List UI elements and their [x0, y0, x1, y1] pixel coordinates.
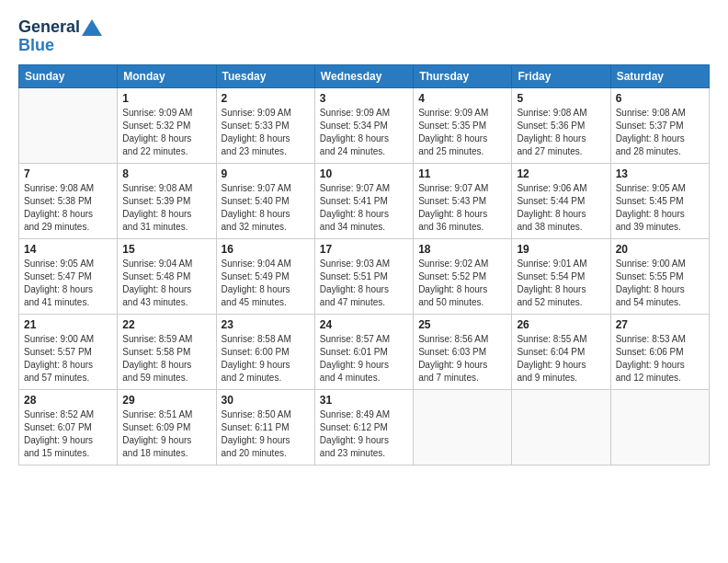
- day-info: Sunrise: 9:05 AM Sunset: 5:47 PM Dayligh…: [24, 258, 112, 309]
- day-info: Sunrise: 9:08 AM Sunset: 5:36 PM Dayligh…: [517, 107, 605, 158]
- calendar-cell: 15Sunrise: 9:04 AM Sunset: 5:48 PM Dayli…: [118, 238, 216, 314]
- day-info: Sunrise: 9:04 AM Sunset: 5:49 PM Dayligh…: [222, 258, 310, 309]
- day-number: 22: [122, 318, 210, 331]
- day-number: 27: [616, 318, 704, 331]
- day-info: Sunrise: 8:50 AM Sunset: 6:11 PM Dayligh…: [222, 408, 310, 460]
- day-info: Sunrise: 8:49 AM Sunset: 6:12 PM Dayligh…: [320, 408, 408, 460]
- logo-text: General: [18, 18, 102, 37]
- header-row: SundayMondayTuesdayWednesdayThursdayFrid…: [19, 64, 710, 87]
- day-number: 29: [122, 394, 210, 407]
- calendar-cell: 27Sunrise: 8:53 AM Sunset: 6:06 PM Dayli…: [610, 314, 709, 389]
- day-number: 25: [418, 318, 506, 331]
- day-number: 15: [122, 243, 210, 256]
- day-number: 26: [517, 318, 605, 331]
- calendar-cell: 19Sunrise: 9:01 AM Sunset: 5:54 PM Dayli…: [512, 238, 610, 314]
- weekday-header: Wednesday: [314, 64, 413, 87]
- calendar-cell: [610, 389, 709, 465]
- calendar-cell: 22Sunrise: 8:59 AM Sunset: 5:58 PM Dayli…: [118, 314, 216, 389]
- day-info: Sunrise: 9:01 AM Sunset: 5:54 PM Dayligh…: [517, 258, 605, 309]
- calendar-cell: 21Sunrise: 9:00 AM Sunset: 5:57 PM Dayli…: [19, 314, 118, 389]
- calendar-cell: 14Sunrise: 9:05 AM Sunset: 5:47 PM Dayli…: [19, 238, 118, 314]
- calendar-week-row: 28Sunrise: 8:52 AM Sunset: 6:07 PM Dayli…: [19, 389, 710, 465]
- calendar-cell: [19, 87, 118, 163]
- calendar-cell: 25Sunrise: 8:56 AM Sunset: 6:03 PM Dayli…: [414, 314, 512, 389]
- calendar-week-row: 1Sunrise: 9:09 AM Sunset: 5:32 PM Daylig…: [19, 87, 710, 163]
- calendar-cell: 2Sunrise: 9:09 AM Sunset: 5:33 PM Daylig…: [216, 87, 314, 163]
- weekday-header: Friday: [512, 64, 610, 87]
- calendar-cell: 9Sunrise: 9:07 AM Sunset: 5:40 PM Daylig…: [216, 163, 314, 238]
- calendar-week-row: 21Sunrise: 9:00 AM Sunset: 5:57 PM Dayli…: [19, 314, 710, 389]
- calendar: SundayMondayTuesdayWednesdayThursdayFrid…: [18, 64, 710, 465]
- calendar-cell: 4Sunrise: 9:09 AM Sunset: 5:35 PM Daylig…: [414, 87, 512, 163]
- calendar-cell: 8Sunrise: 9:08 AM Sunset: 5:39 PM Daylig…: [118, 163, 216, 238]
- weekday-header: Saturday: [610, 64, 709, 87]
- day-number: 11: [418, 167, 506, 180]
- day-info: Sunrise: 9:05 AM Sunset: 5:45 PM Dayligh…: [616, 182, 704, 234]
- day-number: 31: [320, 394, 408, 407]
- calendar-week-row: 7Sunrise: 9:08 AM Sunset: 5:38 PM Daylig…: [19, 163, 710, 238]
- calendar-cell: 29Sunrise: 8:51 AM Sunset: 6:09 PM Dayli…: [118, 389, 216, 465]
- weekday-header: Monday: [118, 64, 216, 87]
- calendar-cell: 30Sunrise: 8:50 AM Sunset: 6:11 PM Dayli…: [216, 389, 314, 465]
- calendar-cell: 24Sunrise: 8:57 AM Sunset: 6:01 PM Dayli…: [314, 314, 413, 389]
- weekday-header: Thursday: [414, 64, 512, 87]
- day-info: Sunrise: 8:59 AM Sunset: 5:58 PM Dayligh…: [122, 333, 210, 385]
- day-info: Sunrise: 8:57 AM Sunset: 6:01 PM Dayligh…: [320, 333, 408, 385]
- day-number: 24: [320, 318, 408, 331]
- day-info: Sunrise: 9:08 AM Sunset: 5:37 PM Dayligh…: [616, 107, 704, 158]
- day-info: Sunrise: 8:58 AM Sunset: 6:00 PM Dayligh…: [222, 333, 310, 385]
- day-info: Sunrise: 9:06 AM Sunset: 5:44 PM Dayligh…: [517, 182, 605, 234]
- day-number: 14: [24, 243, 112, 256]
- calendar-cell: 17Sunrise: 9:03 AM Sunset: 5:51 PM Dayli…: [314, 238, 413, 314]
- day-info: Sunrise: 8:53 AM Sunset: 6:06 PM Dayligh…: [616, 333, 704, 385]
- calendar-cell: 10Sunrise: 9:07 AM Sunset: 5:41 PM Dayli…: [314, 163, 413, 238]
- day-number: 6: [616, 92, 704, 105]
- day-number: 28: [24, 394, 112, 407]
- day-number: 3: [320, 92, 408, 105]
- day-number: 10: [320, 167, 408, 180]
- day-number: 2: [222, 92, 310, 105]
- weekday-header: Tuesday: [216, 64, 314, 87]
- svg-marker-0: [82, 19, 102, 36]
- logo: General Blue: [18, 18, 102, 55]
- day-info: Sunrise: 9:00 AM Sunset: 5:55 PM Dayligh…: [616, 258, 704, 309]
- day-number: 9: [222, 167, 310, 180]
- calendar-cell: [512, 389, 610, 465]
- day-number: 16: [222, 243, 310, 256]
- day-number: 7: [24, 167, 112, 180]
- day-info: Sunrise: 9:09 AM Sunset: 5:33 PM Dayligh…: [222, 107, 310, 158]
- calendar-cell: 26Sunrise: 8:55 AM Sunset: 6:04 PM Dayli…: [512, 314, 610, 389]
- calendar-cell: 13Sunrise: 9:05 AM Sunset: 5:45 PM Dayli…: [610, 163, 709, 238]
- day-info: Sunrise: 9:09 AM Sunset: 5:32 PM Dayligh…: [122, 107, 210, 158]
- header: General Blue: [18, 18, 710, 55]
- day-info: Sunrise: 9:09 AM Sunset: 5:34 PM Dayligh…: [320, 107, 408, 158]
- day-info: Sunrise: 9:07 AM Sunset: 5:40 PM Dayligh…: [222, 182, 310, 234]
- day-number: 12: [517, 167, 605, 180]
- calendar-cell: 12Sunrise: 9:06 AM Sunset: 5:44 PM Dayli…: [512, 163, 610, 238]
- calendar-cell: 6Sunrise: 9:08 AM Sunset: 5:37 PM Daylig…: [610, 87, 709, 163]
- calendar-cell: 16Sunrise: 9:04 AM Sunset: 5:49 PM Dayli…: [216, 238, 314, 314]
- day-number: 23: [222, 318, 310, 331]
- day-number: 17: [320, 243, 408, 256]
- day-number: 1: [122, 92, 210, 105]
- day-info: Sunrise: 8:51 AM Sunset: 6:09 PM Dayligh…: [122, 408, 210, 460]
- day-number: 21: [24, 318, 112, 331]
- calendar-cell: [414, 389, 512, 465]
- day-info: Sunrise: 9:07 AM Sunset: 5:41 PM Dayligh…: [320, 182, 408, 234]
- day-info: Sunrise: 8:56 AM Sunset: 6:03 PM Dayligh…: [418, 333, 506, 385]
- calendar-cell: 23Sunrise: 8:58 AM Sunset: 6:00 PM Dayli…: [216, 314, 314, 389]
- calendar-cell: 18Sunrise: 9:02 AM Sunset: 5:52 PM Dayli…: [414, 238, 512, 314]
- day-number: 18: [418, 243, 506, 256]
- day-info: Sunrise: 9:09 AM Sunset: 5:35 PM Dayligh…: [418, 107, 506, 158]
- day-number: 30: [222, 394, 310, 407]
- day-info: Sunrise: 9:04 AM Sunset: 5:48 PM Dayligh…: [122, 258, 210, 309]
- day-info: Sunrise: 9:02 AM Sunset: 5:52 PM Dayligh…: [418, 258, 506, 309]
- calendar-cell: 5Sunrise: 9:08 AM Sunset: 5:36 PM Daylig…: [512, 87, 610, 163]
- calendar-cell: 28Sunrise: 8:52 AM Sunset: 6:07 PM Dayli…: [19, 389, 118, 465]
- day-info: Sunrise: 9:00 AM Sunset: 5:57 PM Dayligh…: [24, 333, 112, 385]
- calendar-cell: 7Sunrise: 9:08 AM Sunset: 5:38 PM Daylig…: [19, 163, 118, 238]
- page: General Blue SundayMondayTuesdayWednesda…: [0, 0, 728, 563]
- day-number: 5: [517, 92, 605, 105]
- day-number: 13: [616, 167, 704, 180]
- day-info: Sunrise: 8:52 AM Sunset: 6:07 PM Dayligh…: [24, 408, 112, 460]
